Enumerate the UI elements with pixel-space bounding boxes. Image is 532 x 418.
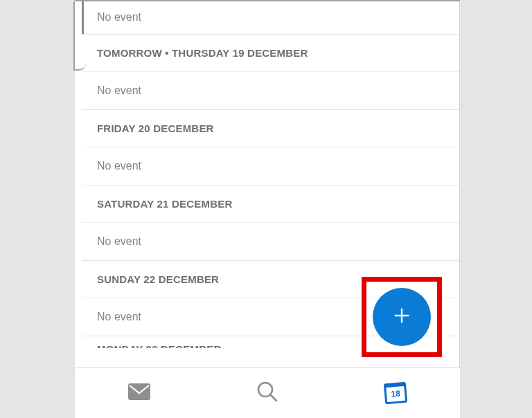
calendar-icon: 18 bbox=[384, 382, 407, 405]
day-header-label: TOMORROW • THURSDAY 19 DECEMBER bbox=[97, 47, 308, 59]
day-header-friday: FRIDAY 20 DECEMBER bbox=[82, 109, 459, 147]
no-event-label: No event bbox=[97, 235, 141, 248]
no-event-label: No event bbox=[97, 160, 141, 172]
search-icon bbox=[256, 381, 278, 406]
svg-line-4 bbox=[271, 395, 276, 401]
no-event-label: No event bbox=[97, 311, 141, 323]
mail-icon bbox=[127, 383, 151, 403]
day-header-label: FRIDAY 20 DECEMBER bbox=[97, 122, 214, 134]
nav-mail[interactable] bbox=[125, 379, 153, 407]
day-header-saturday: SATURDAY 21 DECEMBER bbox=[82, 185, 459, 222]
calendar-icon-date: 18 bbox=[384, 388, 407, 400]
agenda-empty-row: No event bbox=[82, 71, 459, 109]
day-header-tomorrow: TOMORROW • THURSDAY 19 DECEMBER bbox=[82, 34, 459, 71]
nav-search[interactable] bbox=[254, 379, 281, 407]
day-header-label: MONDAY 23 DECEMBER bbox=[97, 343, 221, 348]
day-header-label: SUNDAY 22 DECEMBER bbox=[97, 273, 219, 285]
agenda-empty-row: No event bbox=[82, 222, 459, 260]
day-header-label: SATURDAY 21 DECEMBER bbox=[97, 198, 232, 210]
agenda-empty-row: No event bbox=[82, 1, 459, 34]
no-event-label: No event bbox=[97, 11, 141, 24]
nav-calendar[interactable]: 18 bbox=[382, 379, 409, 407]
agenda-empty-row: No event bbox=[82, 147, 459, 185]
add-event-button[interactable] bbox=[373, 288, 431, 346]
plus-icon bbox=[392, 306, 411, 328]
no-event-label: No event bbox=[97, 84, 141, 97]
svg-point-3 bbox=[258, 383, 272, 397]
svg-rect-2 bbox=[128, 383, 150, 400]
bottom-nav: 18 bbox=[75, 367, 460, 418]
